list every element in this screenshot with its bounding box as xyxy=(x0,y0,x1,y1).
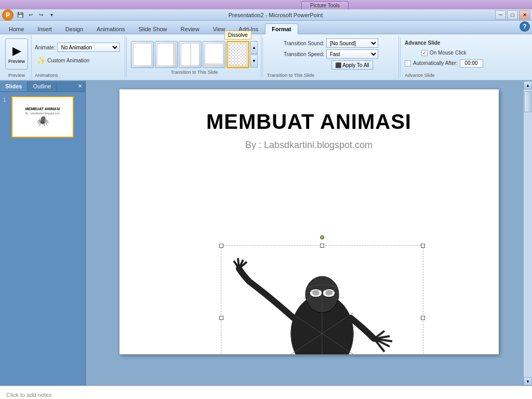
slide-title: MEMBUAT ANIMASI xyxy=(119,89,499,134)
transition-sound-label: Transition Sound: xyxy=(267,41,324,46)
animate-select[interactable]: No Animation xyxy=(57,43,119,52)
scroll-up-button[interactable]: ▲ xyxy=(524,81,532,89)
sel-handle-ml[interactable] xyxy=(219,316,223,320)
restore-button[interactable]: □ xyxy=(507,10,518,20)
sel-handle-tl[interactable] xyxy=(219,244,223,248)
slide-subtitle: By : Labsdkartini.blogspot.com xyxy=(119,140,499,151)
auto-after-checkbox[interactable] xyxy=(405,60,411,66)
animate-label: Animate: xyxy=(35,45,55,50)
sel-handle-tr[interactable] xyxy=(421,244,425,248)
redo-button[interactable]: ↪ xyxy=(36,11,46,19)
auto-after-time[interactable] xyxy=(460,59,483,68)
close-button[interactable]: ✕ xyxy=(519,10,530,20)
sel-handle-tm[interactable] xyxy=(320,244,324,248)
sel-handle-rot[interactable] xyxy=(320,235,324,240)
scroll-thumb[interactable] xyxy=(524,91,531,112)
notes-placeholder[interactable]: Click to add notes xyxy=(6,392,51,398)
transition-settings-label: Transition to This Slide xyxy=(267,72,314,78)
on-mouse-click-label: On Mouse Click xyxy=(430,50,467,56)
preview-group-label: Preview xyxy=(8,72,25,78)
transition-thumb-3[interactable] xyxy=(179,41,202,68)
transition-group-label: Transition to This Slide xyxy=(170,68,218,75)
transition-scroll-up[interactable]: ▲ xyxy=(250,41,258,54)
save-button[interactable]: 💾 xyxy=(16,11,25,19)
dissolve-tooltip: Dissolve xyxy=(224,31,251,39)
apply-icon: ⬛ xyxy=(335,62,341,68)
window-title: Presentation2 - Microsoft PowerPoint xyxy=(56,12,495,18)
transition-speed-label: Transition Speed: xyxy=(267,51,324,57)
tab-slideshow[interactable]: Slide Show xyxy=(132,23,174,34)
thumb-title: MEMBUAT ANIMASI xyxy=(25,107,60,111)
transition-speed-select[interactable]: Fast xyxy=(326,49,378,59)
play-icon: ▶ xyxy=(12,44,21,58)
transition-scroll-down[interactable]: ▼ xyxy=(250,55,258,68)
svg-point-18 xyxy=(325,290,332,296)
spiderman-image xyxy=(229,250,416,354)
help-button[interactable]: ? xyxy=(520,21,530,32)
tab-review[interactable]: Review xyxy=(174,23,206,34)
thumb-image: 🕷️ xyxy=(36,115,49,127)
transition-thumb-4[interactable] xyxy=(203,41,225,68)
apply-to-all-button[interactable]: ⬛ Apply To All xyxy=(331,60,373,70)
slide-thumbnail-1[interactable]: MEMBUAT ANIMASI By : labsdkartini.blogsp… xyxy=(11,96,74,138)
slide-item-1[interactable]: 1 MEMBUAT ANIMASI By : labsdkartini.blog… xyxy=(3,96,82,138)
auto-after-label: Automatically After: xyxy=(413,60,458,66)
preview-label: Preview xyxy=(8,59,25,64)
office-logo[interactable]: P xyxy=(2,9,14,21)
quick-access-more[interactable]: ▾ xyxy=(47,11,56,19)
preview-button[interactable]: ▶ Preview xyxy=(5,38,28,70)
tab-design[interactable]: Design xyxy=(59,23,90,34)
tab-animations[interactable]: Animations xyxy=(90,23,131,34)
custom-animation-label: Custom Animation xyxy=(47,58,89,63)
picture-tools-label: Picture Tools xyxy=(301,1,349,9)
advance-group-label: Advance Slide xyxy=(405,72,435,78)
tab-insert[interactable]: Insert xyxy=(31,23,59,34)
tab-home[interactable]: Home xyxy=(2,23,31,34)
sel-handle-mr[interactable] xyxy=(421,316,425,320)
outline-tab[interactable]: Outline xyxy=(28,81,57,91)
transition-sound-select[interactable]: [No Sound] xyxy=(326,38,378,48)
transition-thumb-dissolve[interactable]: Dissolve xyxy=(227,41,249,68)
advance-label: Advance Slide xyxy=(405,40,440,46)
panel-close-button[interactable]: ✕ xyxy=(75,81,85,91)
slide-image-container[interactable] xyxy=(221,245,423,354)
on-mouse-click-checkbox[interactable] xyxy=(421,50,428,56)
animations-group-label: Animations xyxy=(35,72,58,78)
canvas-scrollbar: ▲ ▼ xyxy=(524,81,532,385)
transition-thumb-2[interactable] xyxy=(155,41,178,68)
slide-number-1: 1 xyxy=(3,96,9,103)
slides-tab[interactable]: Slides xyxy=(0,81,28,91)
undo-button[interactable]: ↩ xyxy=(26,11,35,19)
apply-to-all-label: Apply To All xyxy=(342,62,369,68)
animation-icon: ✨ xyxy=(37,56,46,64)
scroll-down-button[interactable]: ▼ xyxy=(524,377,532,385)
custom-animation-button[interactable]: ✨ Custom Animation xyxy=(35,55,91,65)
minimize-button[interactable]: ─ xyxy=(495,10,506,20)
transition-thumb-1[interactable] xyxy=(131,41,154,68)
tab-format[interactable]: Format xyxy=(265,23,298,34)
svg-point-17 xyxy=(312,290,320,296)
slide-canvas: MEMBUAT ANIMASI By : Labsdkartini.blogsp… xyxy=(119,89,499,354)
